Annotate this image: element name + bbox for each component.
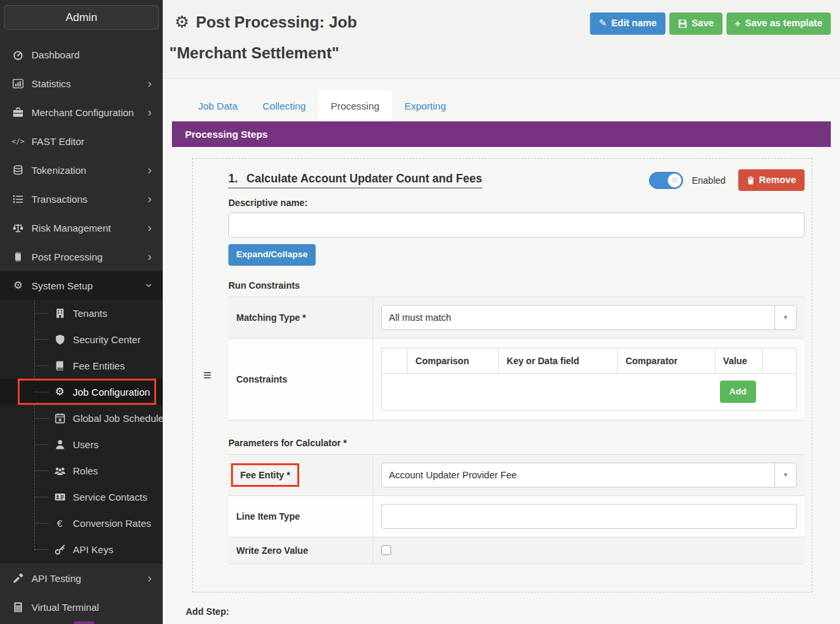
fee-entity-row: Fee Entity * Account Updater Provider Fe…: [228, 454, 805, 495]
coins-icon: [10, 165, 26, 176]
sidebar-item-dashboard[interactable]: Dashboard: [0, 40, 163, 69]
sidebar-item-tokenization[interactable]: Tokenization ›: [0, 156, 163, 184]
page-title-line2: "Merchant Settlement": [169, 37, 339, 68]
add-constraint-button[interactable]: Add: [720, 381, 755, 403]
sidebar-nav: Dashboard Statistics › Merchant Configur…: [0, 40, 163, 621]
chevron-right-icon: ›: [148, 193, 152, 205]
sidebar-item-service-contacts[interactable]: Service Contacts: [0, 484, 163, 510]
sidebar-item-label: Dashboard: [26, 49, 163, 60]
sidebar-item-statistics[interactable]: Statistics ›: [0, 69, 163, 98]
chevron-down-icon: ▾: [774, 463, 796, 487]
sidebar-item-virtual-terminal[interactable]: Virtual Terminal: [0, 593, 163, 621]
chevron-right-icon: ›: [148, 77, 152, 89]
chevron-right-icon: ›: [148, 164, 152, 176]
sidebar-item-security-center[interactable]: Security Center: [0, 326, 163, 352]
panel-body: ≡ 1.Calculate Account Updater Count and …: [172, 158, 831, 623]
save-label: Save: [692, 18, 714, 29]
sidebar-item-fast-editor[interactable]: </> FAST Editor: [0, 127, 163, 156]
app-root: Admin Dashboard Statistics › Merchant Co…: [0, 0, 840, 624]
sidebar: Admin Dashboard Statistics › Merchant Co…: [0, 0, 163, 624]
sidebar-item-roles[interactable]: Roles: [0, 457, 163, 484]
pencil-icon: ✎: [598, 18, 606, 29]
sidebar-item-label: Risk Management: [26, 222, 148, 234]
main-content: ⚙ Post Processing: Job "Merchant Settlem…: [163, 0, 840, 624]
eyedropper-icon: [10, 573, 26, 584]
descriptive-name-input[interactable]: [228, 213, 805, 238]
write-zero-value-label: Write Zero Value: [228, 537, 373, 564]
sidebar-item-label: FAST Editor: [26, 136, 163, 147]
constraints-inner-table: Comparison Key or Data field Comparator …: [381, 348, 797, 411]
constraints-header-row: Comparison Key or Data field Comparator …: [381, 348, 797, 373]
sidebar-item-label: Virtual Terminal: [26, 602, 163, 613]
matching-type-value: All must match: [382, 306, 775, 329]
sidebar-item-label: Service Contacts: [67, 491, 163, 503]
key-icon: [52, 544, 67, 555]
save-button[interactable]: Save: [669, 12, 723, 35]
tab-exporting[interactable]: Exporting: [392, 90, 458, 121]
sidebar-item-label: Security Center: [67, 334, 163, 345]
drag-handle-icon[interactable]: ≡: [203, 367, 212, 384]
write-zero-value-row: Write Zero Value: [228, 537, 805, 564]
step-number: 1.: [228, 172, 238, 185]
sidebar-item-label: Transactions: [26, 194, 148, 205]
microchip-icon: [10, 251, 26, 262]
constraints-label: Constraints: [228, 338, 373, 420]
sidebar-item-global-job-schedules[interactable]: Global Job Schedules: [0, 405, 163, 431]
page-header: ⚙ Post Processing: Job "Merchant Settlem…: [163, 0, 840, 79]
sidebar-item-label: Statistics: [26, 78, 148, 89]
system-setup-submenu: Tenants Security Center Fee Entities ⚙ J…: [0, 300, 163, 564]
sidebar-item-users[interactable]: Users: [0, 431, 163, 457]
sidebar-item-risk-management[interactable]: Risk Management ›: [0, 213, 163, 242]
admin-brand[interactable]: Admin: [4, 5, 159, 30]
processing-step-card: ≡ 1.Calculate Account Updater Count and …: [192, 158, 812, 593]
tab-collecting[interactable]: Collecting: [250, 90, 318, 121]
sidebar-item-label: API Keys: [67, 544, 163, 555]
step-controls: Enabled Remove: [649, 169, 805, 191]
content-area: Job Data Collecting Processing Exporting…: [163, 79, 840, 624]
sidebar-item-label: System Setup: [26, 280, 148, 291]
matching-type-select[interactable]: All must match ▾: [381, 305, 797, 330]
sidebar-item-label: Fee Entities: [67, 360, 163, 371]
sidebar-item-label: Tokenization: [26, 165, 148, 176]
save-as-template-button[interactable]: + Save as template: [726, 12, 831, 35]
tab-processing[interactable]: Processing: [318, 90, 392, 121]
line-item-type-input[interactable]: [381, 504, 797, 529]
sidebar-item-label: API Testing: [26, 573, 148, 584]
system-setup-section: ⚙ System Setup › Tenants Security Center: [0, 271, 163, 564]
run-constraints-heading: Run Constraints: [228, 280, 805, 291]
tab-job-data[interactable]: Job Data: [186, 90, 250, 121]
chevron-right-icon: ›: [148, 572, 152, 584]
save-as-template-label: Save as template: [745, 18, 822, 29]
remove-label: Remove: [759, 175, 796, 186]
sidebar-item-job-configuration[interactable]: ⚙ Job Configuration: [0, 379, 163, 405]
sidebar-item-api-keys[interactable]: API Keys: [0, 536, 163, 562]
sidebar-item-transactions[interactable]: Transactions ›: [0, 184, 163, 213]
sidebar-item-tenants[interactable]: Tenants: [0, 300, 163, 326]
sidebar-item-label: Users: [67, 439, 163, 450]
enabled-toggle[interactable]: [649, 172, 683, 189]
fee-entity-select[interactable]: Account Updater Provider Fee ▾: [381, 463, 797, 488]
constraints-row: Constraints Comparison Key or Data field: [228, 338, 805, 420]
processing-steps-panel: Processing Steps ≡ 1.Calculate Account U…: [172, 121, 831, 623]
gear-icon: ⚙: [175, 7, 189, 37]
sidebar-item-api-testing[interactable]: API Testing ›: [0, 564, 163, 593]
write-zero-value-checkbox[interactable]: [381, 545, 391, 555]
page-title: ⚙ Post Processing: Job "Merchant Settlem…: [169, 7, 357, 68]
sidebar-item-fee-entities[interactable]: Fee Entities: [0, 352, 163, 379]
expand-collapse-button[interactable]: Expand/Collapse: [228, 244, 316, 265]
chevron-right-icon: ›: [148, 106, 152, 118]
calculator-icon: [10, 602, 26, 613]
sidebar-item-conversion-rates[interactable]: € Conversion Rates: [0, 510, 163, 536]
floppy-disk-icon: [678, 19, 687, 28]
remove-step-button[interactable]: Remove: [738, 169, 805, 191]
line-item-type-label: Line Item Type: [228, 495, 373, 537]
fee-entity-value: Account Updater Provider Fee: [382, 463, 775, 487]
step-gutter: ≡: [193, 159, 222, 592]
sidebar-item-post-processing[interactable]: Post Processing ›: [0, 242, 163, 271]
column-header-value: Value: [715, 348, 762, 373]
edit-name-button[interactable]: ✎ Edit name: [590, 12, 665, 35]
sidebar-item-system-setup[interactable]: ⚙ System Setup ›: [0, 271, 163, 300]
sidebar-item-merchant-configuration[interactable]: Merchant Configuration ›: [0, 98, 163, 127]
chevron-right-icon: ›: [148, 251, 152, 262]
chevron-right-icon: ›: [148, 222, 152, 234]
